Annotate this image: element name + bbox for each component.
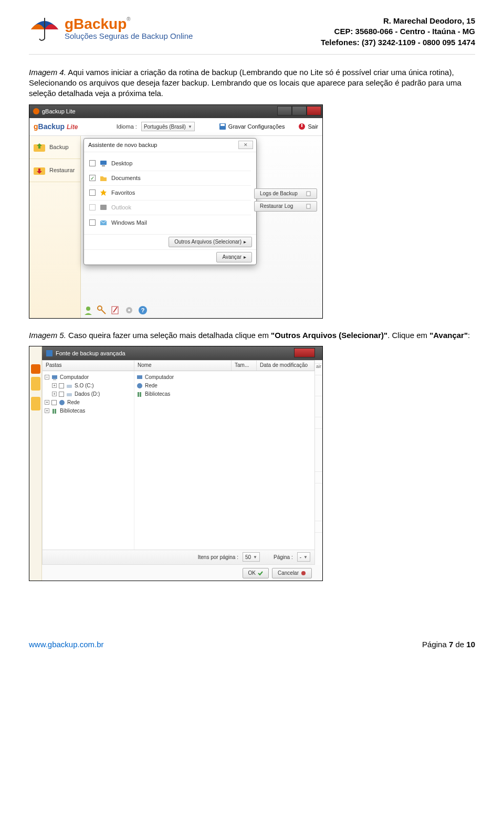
checkbox[interactable] — [89, 189, 96, 196]
col-nome[interactable]: Nome — [134, 361, 232, 371]
avancar-button[interactable]: Avançar▸ — [216, 252, 252, 262]
caption-text: Aqui vamos iniciar a criação da rotina d… — [29, 68, 461, 98]
tree-node-computador[interactable]: −Computador — [45, 373, 132, 382]
chevron-down-icon: ▼ — [303, 555, 308, 560]
tree-node-bibliotecas[interactable]: +Bibliotecas — [45, 407, 132, 415]
svg-rect-3 — [220, 124, 225, 126]
folder-up-icon — [33, 140, 46, 154]
svg-rect-31 — [137, 375, 142, 379]
checkbox[interactable] — [59, 392, 64, 397]
desktop-icon — [100, 160, 107, 167]
list-item[interactable]: Bibliotecas — [136, 390, 312, 398]
list-item-favoritos[interactable]: Favoritos — [89, 186, 251, 201]
key-icon[interactable] — [97, 305, 107, 315]
checkbox[interactable] — [51, 400, 57, 405]
tree-node-dados[interactable]: +Dados (D:) — [45, 390, 132, 398]
list-item-windows-mail[interactable]: Windows Mail — [89, 215, 251, 230]
sair-button[interactable]: Sair — [298, 123, 318, 130]
power-icon — [298, 123, 306, 130]
dialog-list: Desktop ✓ Documents Favoritos — [84, 152, 256, 234]
chevron-right-icon: ▸ — [244, 254, 246, 260]
gravar-config-button[interactable]: Gravar Configurações — [219, 123, 285, 130]
address-line: CEP: 35680-066 - Centro - Itaúna - MG — [321, 26, 475, 37]
sidebar-item-backup[interactable]: Backup — [29, 136, 80, 159]
tree-node-so[interactable]: +S.O (C:) — [45, 382, 132, 390]
gear-icon[interactable] — [124, 305, 134, 315]
col-pastas[interactable]: Pastas — [43, 361, 134, 371]
footer-url[interactable]: www.gbackup.com.br — [29, 640, 104, 649]
drive-icon — [66, 391, 72, 397]
list-item-outlook[interactable]: Outlook — [89, 201, 251, 215]
list-item[interactable]: Computador — [136, 373, 312, 382]
minimize-button[interactable] — [277, 106, 292, 115]
main-area: Assistente de novo backup ✕ Desktop ✓ Do — [81, 136, 322, 318]
page-footer: www.gbackup.com.br Página 7 de 10 — [0, 603, 504, 661]
brand-name: gBackup® — [65, 17, 193, 31]
expand-icon[interactable]: + — [52, 392, 57, 396]
list-item[interactable]: Rede — [136, 382, 312, 390]
file-list[interactable]: Computador Rede Bibliotecas — [134, 371, 314, 550]
chevron-down-icon: ▼ — [188, 124, 192, 129]
dialog-titlebar[interactable]: Assistente de novo backup ✕ — [84, 139, 256, 152]
svg-point-35 — [301, 571, 306, 575]
app-icon — [33, 108, 40, 115]
window-titlebar[interactable]: gBackup Lite — [29, 105, 322, 118]
wizard-dialog: Assistente de novo backup ✕ Desktop ✓ Do — [83, 138, 257, 265]
restaurar-log-button[interactable]: Restaurar Log — [254, 201, 317, 212]
list-item-documents[interactable]: ✓ Documents — [89, 171, 251, 186]
pagination-bar: Itens por página : 50▼ Página : -▼ — [43, 550, 314, 564]
ok-button[interactable]: OK — [243, 568, 269, 578]
folder-down-icon — [33, 163, 46, 177]
svg-text:?: ? — [141, 307, 145, 313]
computer-icon — [51, 374, 58, 381]
cancelar-button[interactable]: Cancelar — [272, 568, 312, 578]
svg-rect-8 — [100, 161, 107, 165]
background-sidebar — [29, 346, 42, 581]
svg-point-1 — [33, 108, 39, 114]
maximize-button[interactable] — [292, 106, 307, 115]
window-title: gBackup Lite — [42, 108, 76, 114]
library-icon — [51, 408, 58, 414]
folder-tree[interactable]: −Computador +S.O (C:) +Dados (D:) +Rede … — [43, 371, 134, 550]
svg-rect-9 — [102, 165, 105, 166]
sidebar-item-restaurar[interactable]: Restaurar — [29, 159, 80, 182]
column-headers: Pastas Nome Tam... Data de modificação — [43, 361, 314, 371]
save-icon — [219, 123, 226, 130]
edit-icon[interactable] — [110, 305, 121, 315]
bottom-toolbar: ? — [83, 305, 148, 315]
close-button[interactable] — [294, 348, 315, 357]
checkbox-checked[interactable]: ✓ — [89, 175, 96, 181]
app-toolbar: gBackup Lite Idioma : Português (Brasil)… — [29, 118, 322, 136]
logs-backup-button[interactable]: Logs de Backup — [254, 188, 317, 199]
checkbox[interactable] — [89, 219, 96, 226]
svg-point-14 — [86, 307, 90, 311]
chevron-down-icon: ▼ — [253, 555, 257, 560]
svg-rect-5 — [301, 124, 302, 127]
expand-icon[interactable]: + — [45, 400, 49, 405]
svg-point-15 — [98, 306, 102, 310]
svg-rect-29 — [52, 409, 54, 414]
checkbox[interactable] — [59, 383, 64, 388]
checkbox[interactable] — [89, 160, 96, 166]
star-icon — [100, 189, 107, 196]
background-right: air — [315, 360, 322, 565]
svg-rect-23 — [46, 350, 52, 356]
help-icon[interactable]: ? — [138, 305, 148, 315]
dialog-close-button[interactable]: ✕ — [238, 141, 253, 149]
idioma-combo[interactable]: Português (Brasil)▼ — [141, 122, 195, 131]
list-item-desktop[interactable]: Desktop — [89, 156, 251, 171]
window-titlebar[interactable]: Fonte de backup avançada — [42, 346, 322, 360]
user-icon[interactable] — [83, 305, 93, 315]
expand-icon[interactable]: + — [52, 383, 57, 388]
expand-icon[interactable]: + — [45, 408, 49, 413]
pagina-combo[interactable]: -▼ — [297, 552, 310, 562]
checkbox[interactable] — [89, 204, 96, 210]
tree-node-rede[interactable]: +Rede — [45, 398, 132, 407]
collapse-icon[interactable]: − — [45, 375, 49, 380]
outros-arquivos-button[interactable]: Outros Arquivos (Selecionar)▸ — [169, 237, 252, 247]
col-tam[interactable]: Tam... — [232, 361, 257, 371]
address-line: R. Marechal Deodoro, 15 — [321, 16, 475, 26]
close-button[interactable] — [307, 106, 321, 115]
col-data[interactable]: Data de modificação — [257, 361, 314, 371]
itens-combo[interactable]: 50▼ — [243, 552, 260, 562]
